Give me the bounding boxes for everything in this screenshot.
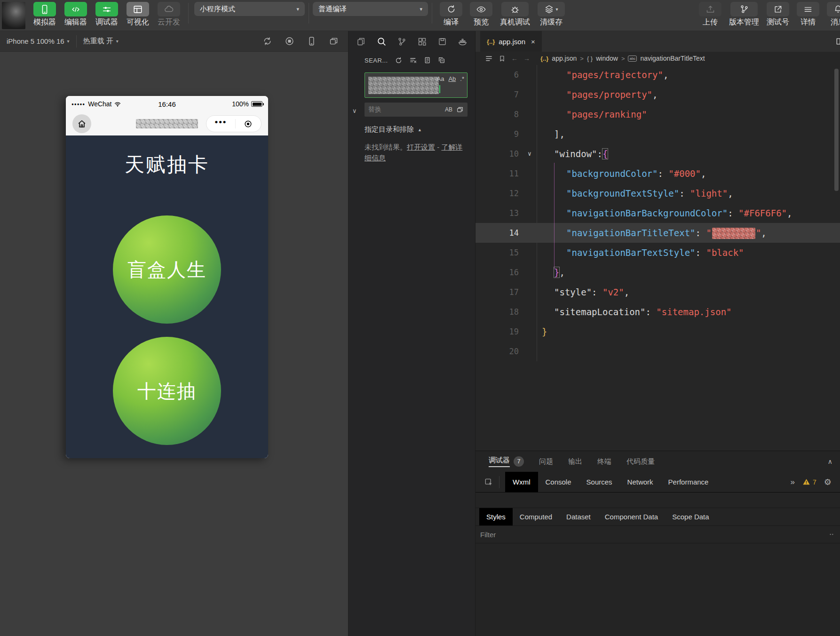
package-icon[interactable] <box>437 37 447 47</box>
inspect-element-icon[interactable] <box>484 477 493 487</box>
more-dots-icon[interactable]: ••• <box>215 118 227 127</box>
test-account-button[interactable]: 测试号 <box>767 2 789 27</box>
simulator-button[interactable]: 模拟器 <box>33 2 56 27</box>
breadcrumb-file[interactable]: app.json <box>552 55 577 62</box>
replace-all-icon[interactable] <box>456 106 464 113</box>
tab-computed[interactable]: Computed <box>513 508 559 525</box>
git-branch-icon[interactable] <box>397 37 407 47</box>
clear-results-icon[interactable] <box>409 56 417 64</box>
nav-forward-icon[interactable]: → <box>523 55 530 62</box>
code-line-6[interactable]: 6"pages/trajectory", <box>475 65 840 85</box>
collapse-panel-icon[interactable]: ∧ <box>828 458 832 465</box>
home-button[interactable] <box>72 114 91 133</box>
multi-window-icon[interactable] <box>329 36 339 46</box>
preserve-case-toggle[interactable]: AB <box>445 106 452 113</box>
bookmark-icon[interactable] <box>499 55 506 62</box>
ten-draw-button[interactable]: 十连抽 <box>113 337 221 445</box>
new-search-editor-icon[interactable] <box>424 56 431 64</box>
clear-cache-button[interactable]: ▾ 清缓存 <box>538 2 565 27</box>
whole-word-toggle[interactable]: Ab <box>448 75 456 82</box>
code-line-19[interactable]: 19} <box>475 322 840 342</box>
code-line-14[interactable]: 14"navigationBarTitleText": "", <box>475 223 840 243</box>
tab-scope-data[interactable]: Scope Data <box>665 508 716 525</box>
tab-console[interactable]: Console <box>538 472 579 492</box>
tab-sources[interactable]: Sources <box>579 472 620 492</box>
device-select[interactable]: iPhone 5 100% 16 ▾ <box>7 37 70 45</box>
compile-mode-dropdown[interactable]: 普通编译 ▾ <box>313 2 428 16</box>
exit-target-icon[interactable] <box>244 119 253 128</box>
code-line-10[interactable]: 10∨"window":{ <box>475 144 840 164</box>
gear-icon[interactable]: ⚙ <box>824 477 832 487</box>
breadcrumb-field[interactable]: navigationBarTitleText <box>640 55 705 62</box>
nav-back-icon[interactable]: ← <box>511 55 518 62</box>
hot-reload-select[interactable]: 热重载 开 ▾ <box>83 37 119 46</box>
line-number: 10 <box>475 144 523 164</box>
outline-list-icon[interactable] <box>485 55 493 63</box>
code-line-18[interactable]: 18"sitemapLocation": "sitemap.json" <box>475 302 840 322</box>
cloud-dev-button[interactable]: 云开发 <box>158 2 180 27</box>
match-case-toggle[interactable]: Aa <box>437 75 444 82</box>
split-editor-icon[interactable] <box>835 37 840 46</box>
preview-button[interactable]: 预览 <box>470 2 492 27</box>
tab-performance[interactable]: Performance <box>661 472 716 492</box>
tab-terminal[interactable]: 终端 <box>597 457 611 466</box>
filter-options-icon[interactable] <box>828 531 835 538</box>
compile-button[interactable]: 编译 <box>440 2 462 27</box>
code-line-17[interactable]: 17"style": "v2", <box>475 282 840 302</box>
visualize-button[interactable]: 可视化 <box>127 2 149 27</box>
code-line-20[interactable]: 20 <box>475 342 840 361</box>
tab-dataset[interactable]: Dataset <box>559 508 598 525</box>
mode-dropdown[interactable]: 小程序模式 ▾ <box>194 2 305 16</box>
code-line-8[interactable]: 8"pages/ranking" <box>475 104 840 124</box>
real-device-debug-button[interactable]: 真机调试 <box>500 2 530 27</box>
extensions-grid-icon[interactable] <box>417 37 427 47</box>
debugger-button[interactable]: 调试器 <box>95 2 118 27</box>
details-button[interactable]: 详情 <box>797 2 819 27</box>
messages-button[interactable]: 消息 <box>827 2 840 27</box>
open-settings-link[interactable]: 打开设置 <box>407 143 435 151</box>
record-icon[interactable] <box>285 36 294 46</box>
code-line-7[interactable]: 7"pages/property", <box>475 85 840 104</box>
close-icon[interactable]: × <box>531 38 535 46</box>
tab-styles[interactable]: Styles <box>479 508 513 525</box>
blind-box-button[interactable]: 盲盒人生 <box>113 215 221 324</box>
code-line-11[interactable]: 11"backgroundColor": "#000", <box>475 164 840 183</box>
tab-output[interactable]: 输出 <box>568 457 582 466</box>
tab-problems[interactable]: 问题 <box>539 457 553 466</box>
search-details-toggle[interactable]: 指定目录和排除 ▲ <box>365 125 468 134</box>
fold-chevron-icon[interactable]: ∨ <box>523 144 537 164</box>
warnings-indicator[interactable]: 7 <box>802 478 816 486</box>
breadcrumb-object[interactable]: window <box>596 55 618 62</box>
explorer-files-icon[interactable] <box>356 37 366 47</box>
tab-app-json[interactable]: {..} app.json × <box>480 31 542 52</box>
filter-input[interactable]: Filter <box>480 531 496 539</box>
code-line-12[interactable]: 12"backgroundTextStyle": "light", <box>475 183 840 203</box>
code-line-9[interactable]: 9], <box>475 124 840 144</box>
rotate-icon[interactable] <box>262 36 272 46</box>
code-editor[interactable]: 6"pages/trajectory",7"pages/property",8"… <box>475 65 840 451</box>
refresh-results-icon[interactable] <box>395 56 403 64</box>
search-input[interactable]: Aa Ab .* <box>365 72 468 98</box>
collapse-all-icon[interactable] <box>438 56 445 64</box>
code-line-16[interactable]: 16}, <box>475 262 840 282</box>
version-management-button[interactable]: 版本管理 <box>729 2 759 27</box>
toggle-replace-icon[interactable]: ∨ <box>352 107 357 114</box>
replace-input[interactable]: 替换 AB <box>365 103 468 117</box>
editor-scrollbar[interactable] <box>834 69 839 191</box>
tab-debugger[interactable]: 调试器 <box>489 456 510 467</box>
code-line-15[interactable]: 15"navigationBarTextStyle": "black" <box>475 243 840 262</box>
tab-wxml[interactable]: Wxml <box>505 472 538 492</box>
editor-button[interactable]: 编辑器 <box>64 2 87 27</box>
tab-network[interactable]: Network <box>620 472 661 492</box>
docker-whale-icon[interactable] <box>458 37 468 47</box>
user-avatar[interactable] <box>2 2 25 29</box>
phone-frame-icon[interactable] <box>307 36 317 46</box>
tab-code-quality[interactable]: 代码质量 <box>626 457 655 466</box>
more-tabs-icon[interactable]: » <box>791 477 795 487</box>
regex-toggle[interactable]: .* <box>460 75 464 82</box>
upload-button[interactable]: 上传 <box>699 2 721 27</box>
code-line-13[interactable]: 13"navigationBarBackgroundColor": "#F6F6… <box>475 203 840 223</box>
search-sidebar: SEAR... ∨ Aa Ab .* <box>348 31 475 636</box>
tab-component-data[interactable]: Component Data <box>598 508 665 525</box>
search-icon[interactable] <box>376 36 387 47</box>
